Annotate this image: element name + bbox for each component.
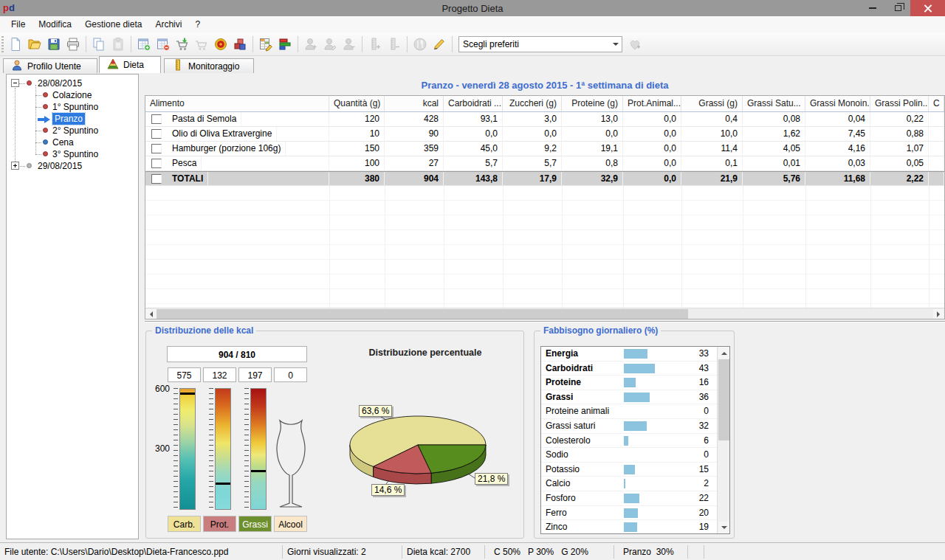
chevron-down-icon[interactable] xyxy=(609,37,622,52)
favorites-add-icon[interactable] xyxy=(625,35,645,54)
tree-item-meal[interactable]: Cena xyxy=(7,136,140,148)
column-header[interactable]: Grassi Monoin... xyxy=(805,96,870,111)
shopping-list-icon[interactable] xyxy=(173,35,192,54)
tree-item-meal-selected[interactable]: Pranzo xyxy=(7,113,140,125)
tab-dieta[interactable]: Dieta xyxy=(99,56,161,73)
new-file-icon[interactable] xyxy=(6,35,25,54)
scroll-right-icon[interactable] xyxy=(933,309,944,319)
cell: 1,07 xyxy=(870,142,929,156)
edit-composition-icon[interactable] xyxy=(256,35,275,54)
paste-icon[interactable] xyxy=(109,35,128,54)
value-bar xyxy=(624,364,655,373)
table-row[interactable]: Olio di Oliva Extravergine 10 90 0,0 0,0… xyxy=(145,127,944,142)
expand-icon[interactable] xyxy=(11,162,19,170)
tree-item-meal[interactable]: Colazione xyxy=(7,89,140,101)
table-row[interactable]: Pasta di Semola 120 428 93,1 3,0 13,0 0,… xyxy=(145,112,944,127)
scrollbar-thumb[interactable] xyxy=(157,309,688,319)
column-header[interactable]: Grassi (g) xyxy=(681,96,743,111)
tree-item-meal[interactable]: 3° Spuntino xyxy=(7,148,140,160)
column-header[interactable]: Proteine (g) xyxy=(562,96,623,111)
measure-remove-icon[interactable] xyxy=(385,35,404,54)
menu-file[interactable]: File xyxy=(4,17,32,32)
nutrient-label: Potassio xyxy=(546,464,580,474)
toolbar-separator xyxy=(407,36,408,52)
user-edit-icon[interactable] xyxy=(320,35,340,54)
measure-add-icon[interactable] xyxy=(365,35,385,54)
value-bar xyxy=(624,508,638,518)
tree-item-label: Pranzo xyxy=(52,113,85,125)
cell: 100 xyxy=(329,156,385,170)
scrollbar-thumb[interactable] xyxy=(718,359,729,440)
food-name: Olio di Oliva Extravergine xyxy=(168,127,277,141)
value-bar xyxy=(624,378,636,387)
menu-archivi[interactable]: Archivi xyxy=(148,17,188,32)
scroll-up-icon[interactable] xyxy=(718,347,729,359)
nutrient-label: Grassi saturi xyxy=(546,421,595,431)
restore-button[interactable] xyxy=(885,0,910,16)
open-file-icon[interactable] xyxy=(25,35,44,54)
cell: 5,7 xyxy=(444,156,503,170)
collapse-icon[interactable] xyxy=(11,79,19,87)
food-cubes-icon[interactable] xyxy=(230,35,250,54)
scroll-down-icon[interactable] xyxy=(718,522,729,533)
row-checkbox[interactable] xyxy=(151,159,162,168)
favorites-combobox[interactable]: Scegli preferiti xyxy=(458,36,622,52)
cell xyxy=(929,112,944,126)
column-header[interactable]: Carboidrati ... xyxy=(444,96,503,111)
requirement-row: Fosforo22 xyxy=(541,491,729,506)
print-icon[interactable] xyxy=(63,35,83,54)
copy-icon[interactable] xyxy=(89,35,109,54)
column-header[interactable]: kcal xyxy=(385,96,444,111)
shopping-list-alt-icon[interactable] xyxy=(192,35,211,54)
table-row[interactable]: Hamburger (porzione 106g) 150 359 45,0 9… xyxy=(145,142,944,156)
column-header[interactable]: Quantità (g) xyxy=(329,96,385,111)
column-header[interactable]: Grassi Polin... xyxy=(870,96,929,111)
cell: 904 xyxy=(385,172,444,185)
save-icon[interactable] xyxy=(44,35,63,54)
tab-monitoraggio[interactable]: Monitoraggio xyxy=(164,58,254,73)
target-goal-icon[interactable] xyxy=(211,35,230,54)
vertical-scrollbar[interactable] xyxy=(717,347,729,533)
value-bar xyxy=(624,522,637,532)
column-header[interactable]: Alimento xyxy=(145,96,329,111)
column-header[interactable]: Grassi Satu... xyxy=(743,96,805,111)
minimize-button[interactable] xyxy=(860,0,885,16)
tree-item-meal[interactable]: 1° Spuntino xyxy=(7,101,140,113)
remove-day-icon[interactable] xyxy=(154,35,173,54)
close-button[interactable] xyxy=(910,0,945,16)
add-day-icon[interactable] xyxy=(134,35,154,54)
user-add-icon[interactable] xyxy=(301,35,320,54)
scale-300: 300 xyxy=(151,443,170,454)
tab-profilo-utente[interactable]: Profilo Utente xyxy=(3,58,97,73)
column-header[interactable]: Zuccheri (g) xyxy=(503,96,562,111)
requirement-row: Grassi36 xyxy=(541,390,729,405)
nutrient-value: 16 xyxy=(699,377,709,387)
tab-label: Dieta xyxy=(123,60,144,70)
tree-item-meal[interactable]: 2° Spuntino xyxy=(7,125,140,136)
row-checkbox[interactable] xyxy=(151,114,162,124)
menu-modifica[interactable]: Modifica xyxy=(32,17,78,32)
column-header[interactable]: C xyxy=(929,96,944,111)
tree-item-day[interactable]: 29/08/2015 xyxy=(7,160,140,172)
bullet-icon xyxy=(43,151,48,156)
row-checkbox[interactable] xyxy=(151,174,162,184)
cell: 1,62 xyxy=(743,127,805,141)
horizontal-scrollbar[interactable] xyxy=(145,308,944,319)
table-row[interactable]: Pesca 100 27 5,7 5,7 0,8 0,0 0,1 0,01 0,… xyxy=(145,156,944,171)
totals-row[interactable]: TOTALI 380 904 143,8 17,9 32,9 0,0 21,9 … xyxy=(145,171,944,186)
panel-divider xyxy=(145,321,945,322)
column-header[interactable]: Prot.Animal... xyxy=(623,96,681,111)
meal-icon[interactable] xyxy=(410,35,430,54)
menu-help[interactable]: ? xyxy=(188,17,207,32)
user-remove-icon[interactable] xyxy=(340,35,359,54)
tree-item-day[interactable]: 28/08/2015 xyxy=(7,77,140,89)
carb-kcal-value: 575 xyxy=(168,367,201,382)
edit-pencil-icon[interactable] xyxy=(430,35,449,54)
chart-bars-icon[interactable] xyxy=(275,35,295,54)
menu-gestione-dieta[interactable]: Gestione dieta xyxy=(78,17,148,32)
totals-label: TOTALI xyxy=(168,172,208,185)
requirement-row: Zinco19 xyxy=(541,520,729,535)
scroll-left-icon[interactable] xyxy=(145,309,157,319)
row-checkbox[interactable] xyxy=(151,144,162,153)
row-checkbox[interactable] xyxy=(151,129,162,139)
